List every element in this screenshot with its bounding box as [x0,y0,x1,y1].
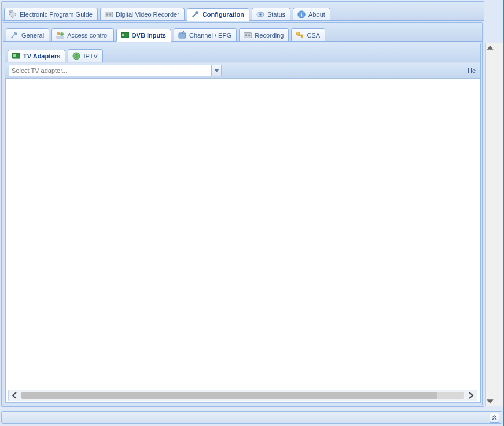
key-icon [295,31,304,40]
help-label: He [468,67,477,74]
svg-rect-1 [105,12,113,17]
recorder-icon [104,10,113,19]
globe-icon [72,51,81,61]
scroll-right-arrow-icon[interactable] [465,392,477,399]
tab-epg[interactable]: Electronic Program Guide [4,8,98,20]
adapter-content-wrap [5,79,480,403]
svg-point-9 [57,32,60,35]
configuration-panel: General Access control DVB Inputs [3,22,483,405]
tab-csa[interactable]: CSA [291,28,325,41]
double-chevron-up-icon [492,415,497,420]
tab-about[interactable]: About [293,8,330,20]
adapter-content [6,79,480,390]
wrench-icon [10,31,19,40]
tab-recording[interactable]: Recording [239,28,289,41]
tab-dvr[interactable]: Digital Video Recorder [100,8,185,20]
svg-rect-13 [122,34,124,36]
south-collapsed-panel[interactable] [1,411,502,424]
recorder-icon [243,31,252,40]
tab-label: CSA [307,32,320,39]
users-icon [56,31,65,40]
tab-label: Status [267,11,285,18]
tab-label: Access control [67,32,109,39]
scrollbar-thumb[interactable] [21,392,437,399]
tab-label: IPTV [83,53,97,60]
config-tabstrip: General Access control DVB Inputs [3,23,482,42]
expand-south-button[interactable] [490,413,499,423]
svg-point-2 [106,13,109,16]
svg-rect-8 [301,12,302,13]
svg-rect-14 [179,33,186,38]
svg-point-5 [259,13,262,16]
app-root: Electronic Program Guide Digital Video R… [0,0,504,426]
tab-tv-adapters[interactable]: TV Adapters [8,50,65,62]
svg-rect-7 [301,14,302,16]
horizontal-scrollbar[interactable] [8,390,477,401]
tab-label: Digital Video Recorder [116,11,179,18]
dvb-tabstrip: TV Adapters IPTV [5,43,480,62]
tag-icon [8,10,17,19]
tab-channel-epg[interactable]: Channel / EPG [174,28,237,41]
tab-label: General [21,32,44,39]
info-icon [297,10,306,19]
scroll-left-arrow-icon[interactable] [9,392,20,399]
scroll-down-arrow-icon[interactable] [486,397,503,405]
svg-rect-20 [302,35,303,37]
svg-rect-22 [13,54,16,57]
scrollbar-track[interactable] [21,392,464,399]
adapter-toolbar: He [5,62,480,79]
wrench-icon [191,10,200,19]
svg-point-0 [10,12,11,13]
top-tabstrip: Electronic Program Guide Digital Video R… [2,2,484,21]
main-region: Electronic Program Guide Digital Video R… [1,1,484,407]
tab-dvb-inputs[interactable]: DVB Inputs [116,29,171,42]
tab-status[interactable]: Status [252,8,290,20]
tab-access-control[interactable]: Access control [51,28,114,41]
tab-label: TV Adapters [23,53,60,60]
svg-point-3 [109,13,112,16]
adapter-combo-trigger[interactable] [211,65,222,76]
svg-point-17 [248,34,251,36]
adapter-combo [9,65,222,76]
card-green-icon [12,51,21,61]
svg-rect-15 [244,32,252,38]
tab-label: Configuration [203,11,244,18]
dvb-inputs-panel: TV Adapters IPTV [5,43,481,403]
svg-rect-11 [56,36,64,39]
tab-iptv[interactable]: IPTV [68,49,102,62]
tab-label: DVB Inputs [132,32,166,39]
adapter-select-input[interactable] [9,65,211,76]
tab-configuration[interactable]: Configuration [187,8,249,21]
tab-general[interactable]: General [6,28,49,41]
chevron-down-icon [214,69,219,72]
tab-label: Channel / EPG [189,32,231,39]
tab-label: Electronic Program Guide [20,11,93,18]
svg-point-10 [60,32,64,36]
eye-icon [256,10,265,19]
os-vertical-scrollbar[interactable] [485,43,503,406]
tab-label: Recording [255,32,284,39]
svg-point-16 [245,34,248,36]
tab-label: About [308,11,325,18]
card-green-icon [120,31,130,40]
tv-icon [178,31,187,40]
scroll-up-arrow-icon[interactable] [486,44,503,52]
